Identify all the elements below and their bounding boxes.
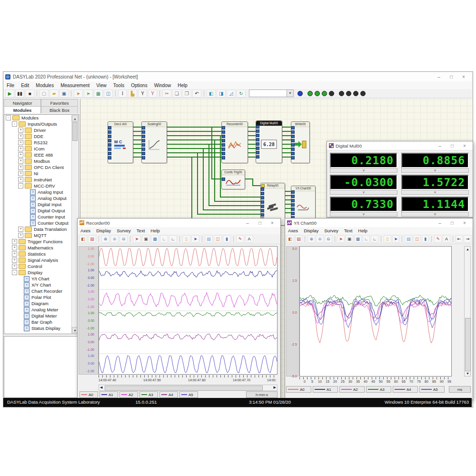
tree-item-counter-input[interactable]: ▪Counter Input	[4, 214, 79, 220]
digital-unit-label[interactable]: V	[401, 190, 469, 195]
undo-button[interactable]: ↶	[192, 89, 201, 98]
yt-menu-display[interactable]: Display	[301, 228, 321, 234]
tree-item-modules[interactable]: -Modules	[4, 115, 79, 121]
recorder-save-display-button[interactable]: ▣	[142, 235, 150, 243]
zoom-out-button[interactable]: ◿	[227, 89, 236, 98]
scroll-up-icon[interactable]: ▲	[466, 248, 469, 251]
digital-unit-label[interactable]: V	[330, 212, 397, 217]
tree-expander-icon[interactable]: +	[18, 159, 23, 164]
tree-item-icom[interactable]: +ICom	[4, 146, 79, 152]
digital-unit-label[interactable]: V	[401, 212, 469, 217]
zoom-window-button[interactable]: ◧	[207, 89, 216, 98]
tree-item-signal-analysis[interactable]: +Signal Analysis	[4, 257, 79, 263]
channel-setup-button[interactable]: ▙	[128, 89, 137, 98]
recorder-pointer-button[interactable]: ➤	[191, 235, 199, 243]
tree-item-driver[interactable]: +Driver	[4, 127, 79, 133]
tab-black-box[interactable]: Black Box	[41, 106, 78, 113]
digital-close-button[interactable]: ×	[458, 143, 471, 149]
recorder-zoom-out-button[interactable]: ⊖	[119, 235, 128, 243]
scroll-thumb[interactable]	[465, 318, 471, 371]
tree-item-x-y-chart[interactable]: ▪X/Y Chart	[4, 282, 79, 288]
tree-item-statistics[interactable]: +Statistics	[4, 251, 79, 257]
recorder-titlebar[interactable]: Recorder00 –□×	[78, 218, 280, 228]
scroll-thumb[interactable]	[105, 386, 263, 391]
tree-item-y-t-chart[interactable]: ▪Y/t Chart	[4, 276, 79, 282]
module-write[interactable]: Write00	[291, 121, 310, 163]
yt-close-button[interactable]: ×	[458, 220, 471, 226]
save-worksheet-button[interactable]: ▣	[60, 89, 69, 98]
favorites-button[interactable]: ➤	[84, 89, 93, 98]
digital-multi-titlebar[interactable]: Digital Mul00 –□×	[327, 141, 473, 150]
menu-view[interactable]: View	[93, 82, 110, 89]
tree-item-digital-input[interactable]: ▪Digital Input	[4, 201, 79, 208]
scroll-up-icon[interactable]: ▲	[72, 115, 78, 121]
recorder-legend-a5[interactable]: A5	[179, 391, 198, 398]
digital-unit-label[interactable]: V	[401, 168, 469, 173]
tree-expander-icon[interactable]: +	[18, 165, 23, 170]
pause-button[interactable]: ▮▮	[15, 89, 24, 98]
yt-zoom-out-button[interactable]: ⊖	[325, 235, 332, 243]
recorder-draw-button[interactable]: ✎	[236, 235, 244, 243]
app-maximize-button[interactable]: □	[445, 74, 457, 79]
scroll-left-icon[interactable]: ◀	[100, 386, 102, 389]
menu-file[interactable]: File	[3, 82, 18, 89]
recorder-maximize-button[interactable]: □	[254, 220, 266, 226]
recorder-new-page-button[interactable]: ▯	[182, 235, 190, 243]
yt-cursor-button[interactable]: ➤	[337, 235, 345, 243]
yt-legend-a5[interactable]: A5	[419, 386, 445, 393]
stop-button[interactable]: ■	[25, 89, 34, 98]
yt-menu-help[interactable]: Help	[355, 228, 370, 234]
menu-modules[interactable]: Modules	[32, 82, 57, 89]
yt-pointer-button[interactable]: ➤	[392, 235, 400, 243]
recorder-cursor-button[interactable]: ➤	[133, 235, 141, 243]
yt-minimize-button[interactable]: –	[434, 220, 446, 226]
new-worksheet-button[interactable]: ▢	[40, 89, 49, 98]
yt-maximize-button[interactable]: □	[446, 220, 458, 226]
app-close-button[interactable]: ×	[457, 74, 470, 79]
scroll-down-icon[interactable]: ▼	[466, 372, 469, 375]
tree-item-counter-output[interactable]: ▪Counter Output	[4, 220, 79, 226]
recorder-menu-axes[interactable]: Axes	[78, 228, 93, 234]
recorder-axes-style-1-button[interactable]: ∟	[160, 235, 168, 243]
tree-item-instrunet[interactable]: +instruNet	[4, 177, 79, 183]
tab-favorites[interactable]: Favorites	[41, 99, 78, 106]
module-combtrig[interactable]: Comb.Trig00	[221, 169, 245, 189]
digital-unit-label[interactable]: V	[330, 190, 397, 195]
yt-text-button[interactable]: A	[443, 235, 450, 243]
tree-expander-icon[interactable]: +	[18, 146, 23, 151]
recorder-hscrollbar[interactable]: ◀▶	[99, 385, 278, 391]
wire-delete-button[interactable]: Y	[148, 89, 157, 98]
tree-item-digital-meter[interactable]: ▪Digital Meter	[4, 313, 79, 319]
digital-maximize-button[interactable]: □	[446, 143, 458, 149]
tree-expander-icon[interactable]: +	[12, 251, 17, 257]
measurement-setup-button[interactable]: I	[118, 89, 127, 98]
yt-zoom-in-button[interactable]: ⊕	[307, 235, 315, 243]
menu-help[interactable]: Help	[174, 82, 191, 89]
recorder-zoom-time-button[interactable]: ⊕	[110, 235, 119, 243]
menu-tools[interactable]: Tools	[110, 82, 128, 89]
yt-save-display-button[interactable]: ▣	[346, 235, 353, 243]
yt-axes-style-2-button[interactable]: ∟	[371, 235, 378, 243]
tree-item-analog-input[interactable]: ▪Analog Input	[4, 189, 79, 195]
recorder-legend-a3[interactable]: A3	[139, 391, 158, 398]
yt-legend-a2[interactable]: A2	[339, 386, 365, 393]
yt-single-channel-button[interactable]: ▮	[422, 235, 429, 243]
yt-stack-channels-button[interactable]: ▤	[405, 235, 412, 243]
tree-expander-icon[interactable]: -	[12, 121, 17, 127]
tree-expander-icon[interactable]: +	[18, 227, 23, 232]
tree-expander-icon[interactable]: +	[18, 152, 23, 158]
menu-options[interactable]: Options	[128, 82, 150, 89]
tree-expander-icon[interactable]: +	[18, 233, 23, 238]
tree-expander-icon[interactable]: -	[18, 183, 23, 188]
recorder-grid-button[interactable]: ▦	[151, 235, 159, 243]
yt-draw-button[interactable]: ✎	[434, 235, 442, 243]
recorder-minimize-button[interactable]: –	[241, 220, 254, 226]
tree-item-mqtt[interactable]: +MQTT	[4, 232, 79, 238]
yt-zoom-time-button[interactable]: ⊕	[316, 235, 324, 243]
recorder-window[interactable]: Recorder00 –□× AxesDisplaySurveyTextHelp…	[77, 218, 281, 400]
recorder-legend-a0[interactable]: A0	[79, 391, 98, 398]
module-install-button[interactable]: ➤	[74, 89, 83, 98]
tree-expander-icon[interactable]: +	[12, 245, 17, 250]
tree-item-ni[interactable]: +NI	[4, 170, 79, 177]
recorder-stack-channels-button[interactable]: ▤	[205, 235, 213, 243]
